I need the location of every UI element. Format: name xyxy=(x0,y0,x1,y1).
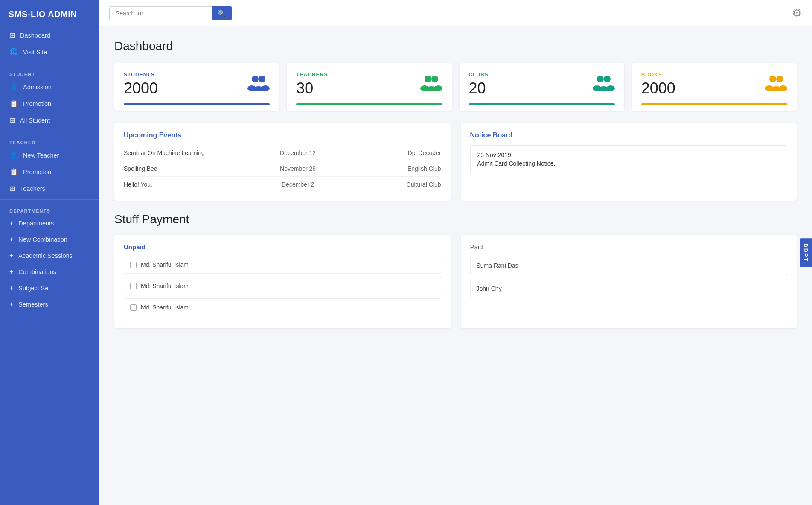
notice-text: Admit Card Collecting Notice. xyxy=(477,160,780,167)
departments-section-label: DEPARTMENTS xyxy=(0,202,99,215)
main-area: 🔍 ⚙ Dashboard STUDENTS 2000 xyxy=(99,0,812,505)
event-row-0: Seminar On Machine Learning December 12 … xyxy=(124,145,441,161)
clipboard-icon: 📋 xyxy=(9,168,18,176)
sidebar: SMS-LIO ADMIN ⊞ Dashboard 🌐 Visit Site S… xyxy=(0,0,99,505)
unpaid-checkbox-0[interactable] xyxy=(130,262,137,268)
user-icon: ⚙ xyxy=(792,6,802,19)
event-row-2: Hello! You. December 2 Cultural Club xyxy=(124,177,441,192)
paid-name: Suma Rani Das xyxy=(477,262,518,269)
plus-icon: + xyxy=(9,301,13,308)
person-icon: 👤 xyxy=(9,151,18,159)
sidebar-item-label: Visit Site xyxy=(23,49,47,55)
sidebar-item-admission[interactable]: 👤 Admission xyxy=(0,79,99,95)
unpaid-checkbox-2[interactable] xyxy=(130,304,137,311)
ddpt-tab[interactable]: DDPT xyxy=(800,238,812,267)
stat-card-books: BOOKS 2000 xyxy=(632,63,797,111)
stat-label-books: BOOKS xyxy=(641,72,675,78)
event-name: Spelling Bee xyxy=(124,165,248,172)
sidebar-item-label: Teachers xyxy=(20,185,45,192)
event-row-1: Spelling Bee November 26 English Club xyxy=(124,161,441,177)
sidebar-item-label: Dashboard xyxy=(20,32,50,39)
stats-row: STUDENTS 2000 xyxy=(114,63,797,111)
sidebar-item-combinations[interactable]: + Combinations xyxy=(0,264,99,280)
notice-item-0: 23 Nov 2019 Admit Card Collecting Notice… xyxy=(470,145,788,173)
upcoming-events-panel: Upcoming Events Seminar On Machine Learn… xyxy=(114,123,451,201)
sidebar-item-student-promotion[interactable]: 📋 Promotion xyxy=(0,95,99,112)
unpaid-name: Md. Shariful Islam xyxy=(141,261,189,268)
dashboard-icon: ⊞ xyxy=(9,31,15,39)
sidebar-item-teacher-promotion[interactable]: 📋 Promotion xyxy=(0,163,99,180)
sidebar-item-label: Combinations xyxy=(18,269,56,275)
unpaid-name: Md. Shariful Islam xyxy=(141,283,189,289)
event-name: Seminar On Machine Learning xyxy=(124,149,248,156)
stat-label-teachers: TEACHERS xyxy=(296,72,328,78)
plus-icon: + xyxy=(9,252,13,260)
sidebar-item-label: New Combination xyxy=(18,236,67,243)
page-title: Dashboard xyxy=(114,39,797,53)
sidebar-item-visit-site[interactable]: 🌐 Visit Site xyxy=(0,44,99,60)
sidebar-item-label: Departments xyxy=(18,220,54,227)
paid-panel-title: Paid xyxy=(470,243,788,251)
event-org: Cultural Club xyxy=(348,181,441,188)
user-menu-button[interactable]: ⚙ xyxy=(792,6,802,20)
unpaid-item-1: Md. Shariful Islam xyxy=(124,277,441,295)
event-date: November 26 xyxy=(251,165,344,172)
sidebar-item-semesters[interactable]: + Semesters xyxy=(0,296,99,312)
stat-card-teachers: TEACHERS 30 xyxy=(287,63,451,111)
clubs-icon xyxy=(593,73,615,96)
svg-point-19 xyxy=(779,85,787,91)
stat-card-students: STUDENTS 2000 xyxy=(114,63,279,111)
plus-icon: + xyxy=(9,219,13,227)
svg-point-16 xyxy=(776,76,783,82)
person-icon: 👤 xyxy=(9,83,18,91)
notice-board-title: Notice Board xyxy=(470,131,788,139)
stat-value-books: 2000 xyxy=(641,79,675,97)
notice-date: 23 Nov 2019 xyxy=(477,152,780,158)
svg-point-11 xyxy=(604,76,611,82)
stat-label-clubs: CLUBS xyxy=(469,72,489,78)
event-name: Hello! You. xyxy=(124,181,248,188)
event-date: December 12 xyxy=(251,149,344,156)
sidebar-item-label: Subject Set xyxy=(18,285,50,292)
plus-icon: + xyxy=(9,268,13,276)
search-input[interactable] xyxy=(109,6,212,20)
sidebar-item-label: New Teacher xyxy=(23,152,59,159)
stat-value-clubs: 20 xyxy=(469,79,489,97)
sidebar-item-label: Promotion xyxy=(23,169,51,175)
svg-point-15 xyxy=(769,76,776,82)
search-icon: 🔍 xyxy=(218,9,226,17)
svg-point-14 xyxy=(606,85,615,91)
sidebar-item-dashboard[interactable]: ⊞ Dashboard xyxy=(0,27,99,44)
stat-value-students: 2000 xyxy=(124,79,158,97)
grid-icon: ⊞ xyxy=(9,116,15,124)
sidebar-item-new-teacher[interactable]: 👤 New Teacher xyxy=(0,147,99,163)
student-section-label: STUDENT xyxy=(0,66,99,79)
app-logo: SMS-LIO ADMIN xyxy=(0,0,99,27)
sidebar-item-label: Promotion xyxy=(23,100,51,107)
search-button[interactable]: 🔍 xyxy=(212,6,232,20)
event-date: December 2 xyxy=(251,181,344,188)
event-org: English Club xyxy=(348,165,441,172)
sidebar-item-academic-sessions[interactable]: + Academic Sessions xyxy=(0,248,99,264)
books-icon xyxy=(765,73,787,96)
paid-name: Johir Chy xyxy=(477,285,502,292)
notice-board-panel: Notice Board 23 Nov 2019 Admit Card Coll… xyxy=(461,123,797,201)
sidebar-item-teachers[interactable]: ⊞ Teachers xyxy=(0,180,99,197)
sidebar-item-all-student[interactable]: ⊞ All Student xyxy=(0,112,99,128)
unpaid-item-0: Md. Shariful Islam xyxy=(124,256,441,274)
sidebar-item-new-combination[interactable]: + New Combination xyxy=(0,231,99,248)
teachers-icon xyxy=(420,73,442,96)
plus-icon: + xyxy=(9,236,13,243)
svg-point-5 xyxy=(425,76,431,82)
teacher-section-label: TEACHER xyxy=(0,134,99,147)
sidebar-item-subject-set[interactable]: + Subject Set xyxy=(0,280,99,296)
events-notice-row: Upcoming Events Seminar On Machine Learn… xyxy=(114,123,797,201)
paid-item-0: Suma Rani Das xyxy=(470,256,788,275)
sidebar-item-departments[interactable]: + Departments xyxy=(0,215,99,231)
unpaid-checkbox-1[interactable] xyxy=(130,283,137,289)
payment-row: Unpaid Md. Shariful Islam Md. Shariful I… xyxy=(114,235,797,328)
svg-point-6 xyxy=(431,76,438,82)
sidebar-item-label: Admission xyxy=(23,84,52,90)
upcoming-events-title: Upcoming Events xyxy=(124,131,441,139)
stat-value-teachers: 30 xyxy=(296,79,328,97)
